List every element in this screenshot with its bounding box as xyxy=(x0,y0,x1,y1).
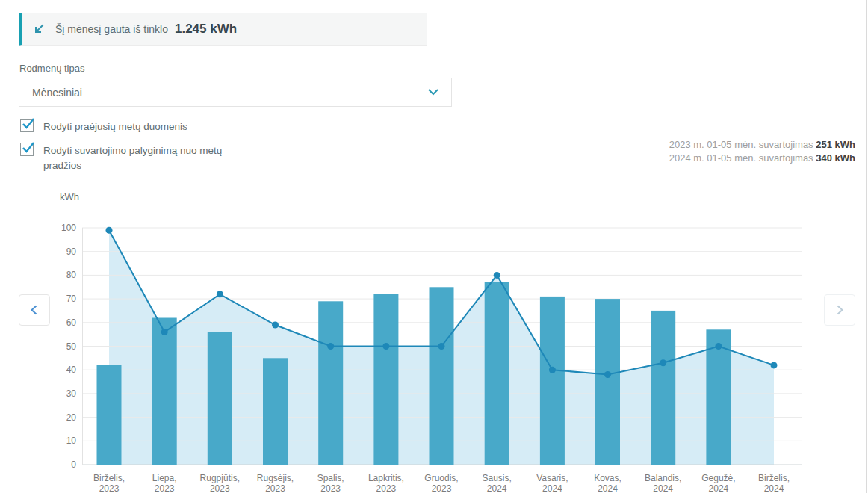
summary-2024: 2024 m. 01-05 mėn. suvartojimas 340 kWh xyxy=(669,152,855,165)
line-point[interactable] xyxy=(438,343,445,350)
y-tick-label: 10 xyxy=(66,435,77,446)
x-tick-month: Balandis, xyxy=(645,473,681,483)
line-point[interactable] xyxy=(272,322,279,329)
y-tick-label: 20 xyxy=(66,412,77,423)
checkbox-previous-year-label: Rodyti praėjusių metų duomenis xyxy=(43,119,187,134)
consumption-bar[interactable] xyxy=(540,297,565,465)
line-point[interactable] xyxy=(382,343,389,350)
banner-value: 1.245 kWh xyxy=(175,22,237,37)
consumption-bar[interactable] xyxy=(97,365,122,465)
x-tick-month: Spalis, xyxy=(317,473,344,483)
consumption-bar[interactable] xyxy=(595,299,620,465)
summary-2023-value: 251 kWh xyxy=(816,139,855,150)
checkbox-comparison[interactable] xyxy=(20,143,34,156)
x-tick-year: 2024 xyxy=(598,483,618,493)
chevron-right-icon xyxy=(834,303,846,317)
y-tick-label: 0 xyxy=(71,459,76,470)
x-tick-month: Vasaris, xyxy=(536,473,568,483)
x-tick-year: 2023 xyxy=(432,483,452,493)
consumption-bar[interactable] xyxy=(208,332,232,465)
line-point[interactable] xyxy=(494,272,500,279)
summary-2024-value: 340 kWh xyxy=(816,152,855,164)
consumption-bar[interactable] xyxy=(263,358,288,465)
consumption-bar[interactable] xyxy=(318,301,343,465)
x-tick-year: 2023 xyxy=(99,483,120,493)
line-point[interactable] xyxy=(327,343,334,350)
line-point[interactable] xyxy=(771,362,778,368)
x-tick-month: Liepa, xyxy=(152,473,177,483)
x-tick-year: 2023 xyxy=(320,483,341,493)
x-tick-month: Sausis, xyxy=(483,473,512,483)
x-tick-year: 2023 xyxy=(155,483,175,493)
x-tick-month: Gruodis, xyxy=(424,473,458,483)
consumption-bar[interactable] xyxy=(373,294,398,465)
x-tick-year: 2023 xyxy=(210,483,230,493)
year-comparison-summary: 2023 m. 01-05 mėn. suvartojimas 251 kWh … xyxy=(669,138,855,165)
line-point[interactable] xyxy=(161,329,168,335)
check-icon xyxy=(22,117,35,130)
x-tick-year: 2023 xyxy=(376,483,397,493)
next-period-button[interactable] xyxy=(824,294,855,326)
line-point[interactable] xyxy=(660,359,666,366)
x-tick-month: Lapkritis, xyxy=(368,473,404,483)
x-tick-year: 2023 xyxy=(265,483,285,493)
show-previous-year-row[interactable]: Rodyti praėjusių metų duomenis xyxy=(20,119,187,134)
line-point[interactable] xyxy=(217,291,223,297)
consumption-bar[interactable] xyxy=(651,311,675,465)
x-tick-year: 2024 xyxy=(709,483,729,493)
line-point[interactable] xyxy=(715,343,722,350)
arrow-down-left-icon xyxy=(32,22,46,36)
banner-label: Šį mėnesį gauta iš tinklo xyxy=(55,23,168,35)
scrollbar-track[interactable] xyxy=(866,0,867,493)
summary-2023: 2023 m. 01-05 mėn. suvartojimas 251 kWh xyxy=(669,138,855,152)
check-icon xyxy=(22,140,35,154)
y-tick-label: 30 xyxy=(66,388,77,399)
chevron-left-icon xyxy=(28,303,40,317)
grid-consumption-banner: Šį mėnesį gauta iš tinklo 1.245 kWh xyxy=(19,13,427,46)
x-tick-month: Birželis, xyxy=(758,473,790,483)
x-tick-year: 2024 xyxy=(487,483,507,493)
x-tick-year: 2024 xyxy=(764,483,784,493)
y-axis-unit-label: kWh xyxy=(60,191,79,202)
y-tick-label: 60 xyxy=(66,317,77,328)
y-tick-label: 90 xyxy=(66,246,77,257)
y-tick-label: 70 xyxy=(66,294,77,304)
x-tick-month: Birželis, xyxy=(93,473,125,483)
y-tick-label: 40 xyxy=(66,365,77,375)
x-tick-month: Rugpjūtis, xyxy=(200,473,240,483)
consumption-chart: 0102030405060708090100kWhBirželis,2023Li… xyxy=(0,187,868,493)
prev-period-button[interactable] xyxy=(19,294,50,326)
checkbox-previous-year[interactable] xyxy=(20,119,34,132)
x-tick-month: Gegužė, xyxy=(701,473,735,483)
line-point[interactable] xyxy=(604,371,611,378)
readings-type-select[interactable]: Mėnesiniai xyxy=(19,78,452,107)
y-tick-label: 80 xyxy=(66,270,77,280)
consumption-bar[interactable] xyxy=(485,282,509,465)
readings-type-label: Rodmenų tipas xyxy=(19,63,84,74)
line-point[interactable] xyxy=(106,227,113,234)
y-tick-label: 100 xyxy=(61,223,76,233)
show-comparison-row[interactable]: Rodyti suvartojimo palyginimą nuo metų p… xyxy=(20,143,232,173)
x-tick-month: Rugsėjis, xyxy=(257,473,294,483)
selected-option: Mėnesiniai xyxy=(32,87,82,99)
x-tick-year: 2024 xyxy=(653,483,673,493)
consumption-bar[interactable] xyxy=(152,318,177,465)
line-point[interactable] xyxy=(549,367,556,373)
x-tick-month: Kovas, xyxy=(594,473,621,483)
y-tick-label: 50 xyxy=(66,341,77,352)
consumption-bar[interactable] xyxy=(430,287,454,465)
x-tick-year: 2024 xyxy=(542,483,562,493)
chevron-down-icon xyxy=(428,89,438,96)
checkbox-comparison-label: Rodyti suvartojimo palyginimą nuo metų p… xyxy=(43,143,232,173)
